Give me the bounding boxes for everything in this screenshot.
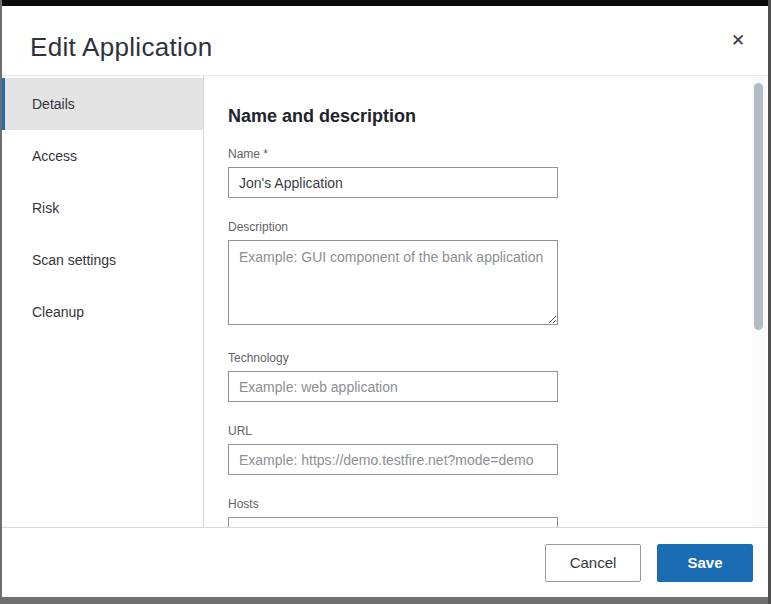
sidebar-item-cleanup[interactable]: Cleanup — [2, 286, 203, 338]
technology-label: Technology — [228, 351, 768, 365]
hosts-field-group: Hosts — [228, 497, 768, 527]
window-bottom-edge — [2, 597, 768, 604]
technology-input[interactable] — [228, 371, 558, 402]
url-input[interactable] — [228, 444, 558, 475]
url-field-group: URL — [228, 424, 768, 475]
sidebar-item-scan-settings[interactable]: Scan settings — [2, 234, 203, 286]
details-panel: Name and description Name * Description … — [204, 76, 768, 527]
scrollbar-thumb[interactable] — [754, 83, 763, 330]
dialog-header: Edit Application ✕ — [2, 6, 768, 76]
sidebar-item-label: Scan settings — [32, 252, 116, 268]
cancel-button[interactable]: Cancel — [545, 544, 641, 582]
dialog-title: Edit Application — [30, 32, 213, 63]
sidebar-item-access[interactable]: Access — [2, 130, 203, 182]
vertical-scrollbar[interactable] — [752, 76, 766, 527]
name-input[interactable] — [228, 167, 558, 198]
dialog-footer: Cancel Save — [2, 527, 768, 597]
description-label: Description — [228, 220, 768, 234]
name-label: Name * — [228, 147, 768, 161]
sidebar-item-label: Access — [32, 148, 77, 164]
edit-application-dialog: Edit Application ✕ Details Access Risk S… — [0, 0, 771, 604]
url-label: URL — [228, 424, 768, 438]
sidebar-item-label: Risk — [32, 200, 59, 216]
sidebar-item-label: Details — [32, 96, 75, 112]
dialog-body: Details Access Risk Scan settings Cleanu… — [2, 76, 768, 527]
sidebar-item-risk[interactable]: Risk — [2, 182, 203, 234]
save-button[interactable]: Save — [657, 544, 753, 582]
close-icon[interactable]: ✕ — [726, 28, 750, 52]
hosts-label: Hosts — [228, 497, 768, 511]
sidebar-item-details[interactable]: Details — [2, 78, 203, 130]
description-field-group: Description — [228, 220, 768, 329]
hosts-input[interactable] — [228, 517, 558, 527]
section-heading: Name and description — [228, 106, 768, 127]
sidebar: Details Access Risk Scan settings Cleanu… — [2, 76, 204, 527]
technology-field-group: Technology — [228, 351, 768, 402]
name-field-group: Name * — [228, 147, 768, 198]
sidebar-item-label: Cleanup — [32, 304, 84, 320]
description-textarea[interactable] — [228, 240, 558, 325]
